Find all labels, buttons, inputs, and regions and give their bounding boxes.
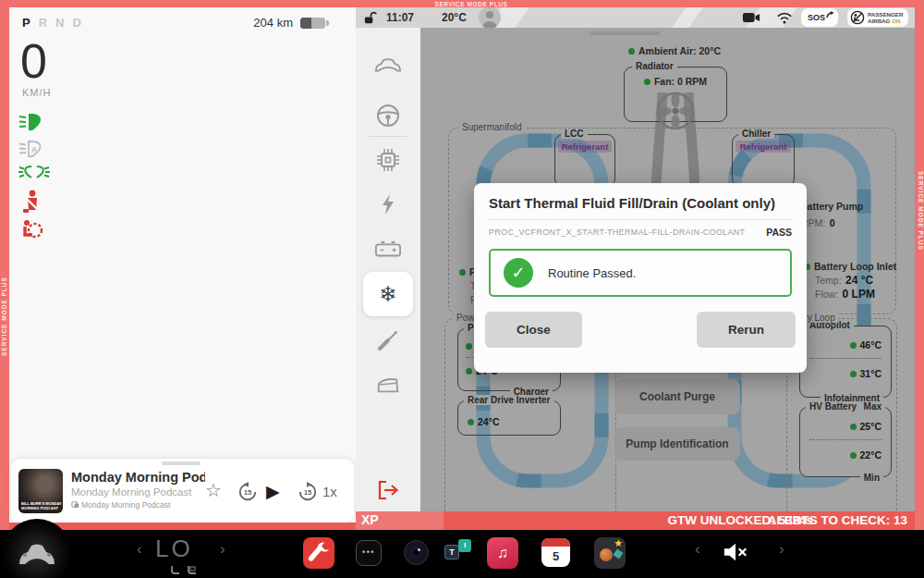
skip-back-15-button[interactable]: 15 (237, 482, 258, 502)
sidebar-item-closures[interactable] (371, 368, 405, 401)
play-button[interactable]: ▶ (266, 481, 280, 502)
sidebar-item-exit-service[interactable] (371, 473, 405, 507)
steering-wheel-icon (376, 104, 400, 128)
routine-dialog: Start Thermal Fluid Fill/Drain (Coolant … (474, 183, 807, 373)
wifi-icon[interactable] (776, 11, 793, 24)
position-lamps-icon (18, 165, 50, 179)
sidebar-item-low-voltage[interactable] (371, 232, 405, 265)
passenger-airbag-status: PASSENGER AIRBAG ON (847, 8, 908, 27)
service-mode-strip-left: SERVICE MODE PLUS (0, 0, 9, 530)
speed-unit: KM/H (22, 87, 52, 98)
seat-heater-right-icon[interactable] (186, 565, 198, 575)
service-app-button[interactable] (303, 537, 334, 569)
service-mode-strip-right: SERVICE MODE PLUS (915, 0, 924, 530)
person-icon (479, 7, 501, 28)
playback-rate-button[interactable]: 1x (322, 484, 337, 499)
temp-increase-chevron[interactable]: › (220, 540, 225, 559)
media-subtitle: Monday Morning Podcast (71, 486, 191, 498)
unlocked-icon[interactable] (363, 11, 377, 25)
seat-heater-left-icon[interactable] (169, 565, 181, 575)
tile-t-icon: T (444, 545, 459, 560)
taskbar: ‹ LO › ••• T I ♫ 5 ★ ‹ › (0, 530, 924, 578)
gear-r: R (39, 16, 49, 30)
logout-icon (377, 480, 399, 500)
alerts-count[interactable]: ALERTS TO CHECK: 13 (768, 513, 907, 527)
clock: 11:07 (386, 11, 414, 24)
door-icon (376, 375, 400, 394)
sidebar-item-high-voltage[interactable] (371, 188, 405, 221)
close-button[interactable]: Close (485, 312, 582, 348)
media-player[interactable]: BILL BURR'S MONDAY MORNING PODCAST Monda… (11, 459, 354, 523)
car-controls-button[interactable] (16, 540, 58, 568)
svg-text:15: 15 (244, 488, 252, 497)
gear-d: D (72, 16, 82, 30)
media-title: Monday Morning Pod (71, 470, 205, 485)
chip-icon (376, 148, 400, 172)
dashcam-icon[interactable] (742, 12, 760, 23)
low-beam-icon (18, 112, 48, 132)
seatbelt-warning-icon (21, 190, 43, 214)
hvac-temperature[interactable]: LO (155, 535, 193, 563)
status-bar: 11:07 20°C SOS (356, 7, 915, 28)
snowflake-icon: ❄ (379, 282, 396, 307)
skip-forward-15-button[interactable]: 15 (298, 482, 318, 502)
star-icon: ★ (614, 537, 623, 549)
sos-button[interactable]: SOS (801, 8, 838, 27)
xp-label: XP (361, 512, 379, 527)
sidebar-item-chassis[interactable] (371, 99, 405, 132)
dialog-title: Start Thermal Fluid Fill/Drain (Coolant … (474, 183, 807, 219)
sidebar-item-software[interactable] (371, 143, 405, 177)
service-sidebar: ❄ (356, 28, 420, 511)
temp-decrease-chevron[interactable]: ‹ (137, 540, 142, 559)
tile-i-icon: I (458, 539, 471, 552)
camera-app-button[interactable] (404, 540, 429, 565)
svg-text:15: 15 (304, 488, 312, 497)
auto-high-beam-icon: A (18, 140, 48, 158)
airbag-warning-icon (21, 218, 43, 240)
battery-tip (326, 20, 329, 26)
media-drag-handle[interactable] (162, 461, 201, 465)
volume-muted-icon[interactable] (723, 542, 748, 562)
thermal-diagram: Ambient Air: 20°C Radiator Fan: 0 RPM Su… (420, 28, 915, 511)
rerun-button[interactable]: Rerun (697, 312, 796, 348)
gem-icon (613, 548, 623, 559)
album-art-text: BILL BURR'S MONDAY MORNING PODCAST (21, 501, 63, 510)
svg-text:A: A (31, 145, 38, 154)
sidebar-item-vehicle[interactable] (371, 48, 405, 81)
car-icon (374, 55, 402, 74)
app-launcher-button[interactable]: ••• (356, 540, 382, 566)
lightning-bolt-icon (381, 193, 395, 215)
music-app-button[interactable]: ♫ (487, 537, 518, 569)
battery-12v-icon (375, 240, 401, 257)
gear-p: P (22, 16, 32, 30)
media-source: Monday Morning Podcast (71, 500, 170, 510)
sidebar-item-tools[interactable] (371, 324, 405, 357)
battery-level-icon (300, 18, 325, 29)
prev-track-chevron[interactable]: ‹ (695, 540, 700, 559)
center-display: 11:07 20°C SOS (356, 7, 915, 511)
calendar-header (541, 538, 570, 547)
podcast-icon (71, 500, 79, 509)
calendar-app-button[interactable]: 5 (541, 538, 570, 567)
routine-result-text: Routine Passed. (548, 266, 636, 280)
album-art[interactable]: BILL BURR'S MONDAY MORNING PODCAST (18, 469, 63, 513)
procedure-id: PROC_VCFRONT_X_START-THERMAL-FILL-DRAIN-… (489, 228, 745, 237)
sos-arrow-icon (826, 11, 834, 18)
lens-icon (411, 547, 421, 558)
service-alert-bar: XP GTW UNLOCKED: 5324s ALERTS TO CHECK: … (356, 511, 915, 530)
calendar-day: 5 (541, 547, 570, 567)
outside-temperature[interactable]: 20°C (442, 11, 467, 24)
arcade-app-button[interactable]: ★ (594, 537, 626, 569)
sidebar-item-thermal[interactable]: ❄ (363, 272, 413, 316)
favorite-button[interactable]: ☆ (205, 479, 222, 501)
gear-indicator: PRND (22, 16, 90, 30)
word-game-app-button[interactable]: T I (444, 539, 476, 567)
range-remaining: 204 km (253, 16, 293, 30)
status-badge: PASS (766, 227, 792, 238)
routine-result-box: ✓ Routine Passed. (489, 249, 792, 297)
gear-n: N (55, 16, 66, 30)
next-track-chevron[interactable]: › (779, 540, 784, 559)
airbag-state: ON (892, 18, 900, 24)
driver-profile-button[interactable] (479, 7, 501, 28)
sidebar-divider (369, 136, 407, 137)
